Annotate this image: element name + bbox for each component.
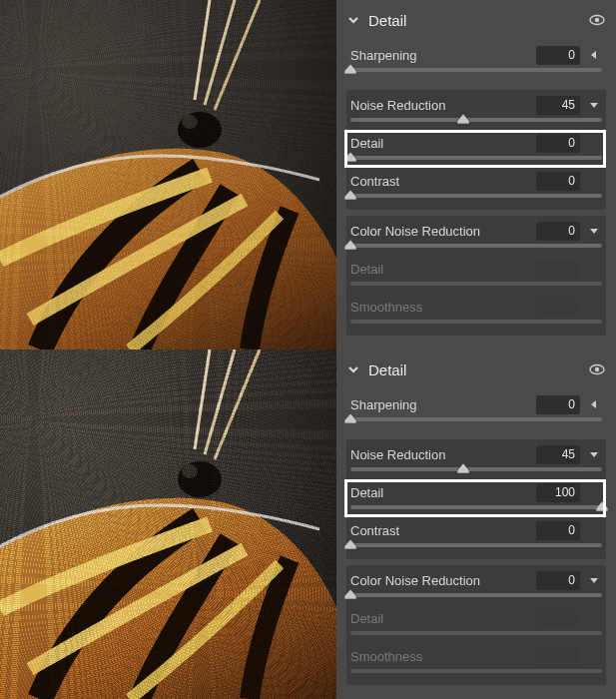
- slider-thumb[interactable]: [344, 190, 356, 200]
- slider-track: [350, 320, 602, 324]
- slider-label: Detail: [350, 136, 530, 151]
- slider-track: [350, 282, 602, 286]
- slider-thumb[interactable]: [457, 114, 469, 124]
- slider-thumb[interactable]: [344, 152, 356, 162]
- triangle-down-icon[interactable]: [586, 446, 602, 462]
- slider-track[interactable]: [350, 543, 602, 547]
- slider-track[interactable]: [350, 194, 602, 198]
- slider-control: Color Noise Reduction: [350, 220, 602, 258]
- slider-value-input: [536, 260, 580, 279]
- slider-value-input: [536, 298, 580, 317]
- slider-label: Detail: [350, 262, 530, 277]
- expander-placeholder: [586, 261, 602, 277]
- slider-control: Contrast: [350, 170, 602, 208]
- slider-value-input[interactable]: [536, 96, 580, 115]
- chevron-down-icon: [346, 13, 360, 27]
- slider-control: Contrast: [350, 519, 602, 557]
- expander-placeholder: [586, 610, 602, 626]
- image-preview: [0, 0, 336, 350]
- slider-label: Sharpening: [350, 397, 530, 412]
- slider-group: Color Noise Reduction Detail Smoothness: [346, 565, 606, 685]
- slider-label: Smoothness: [350, 649, 530, 664]
- slider-thumb[interactable]: [596, 501, 608, 511]
- image-preview: [0, 350, 336, 699]
- comparison-row: Detail Sharpening Noise Reduction Detail: [0, 0, 616, 350]
- slider-track: [350, 669, 602, 673]
- slider-label: Contrast: [350, 523, 530, 538]
- slider-control: Sharpening: [350, 44, 602, 82]
- slider-track[interactable]: [350, 68, 602, 72]
- triangle-down-icon[interactable]: [586, 223, 602, 239]
- slider-track[interactable]: [350, 417, 602, 421]
- slider-value-input: [536, 647, 580, 666]
- slider-label: Noise Reduction: [350, 447, 530, 462]
- chevron-down-icon: [346, 362, 360, 376]
- slider-label: Color Noise Reduction: [350, 573, 530, 588]
- triangle-left-icon[interactable]: [586, 47, 602, 63]
- slider-track[interactable]: [350, 118, 602, 122]
- expander-placeholder: [586, 522, 602, 538]
- slider-group: Noise Reduction Detail Contrast: [346, 439, 606, 559]
- slider-label: Smoothness: [350, 300, 530, 315]
- detail-panel: Detail Sharpening Noise Reduction Detail: [336, 350, 616, 699]
- slider-control: Smoothness: [350, 296, 602, 334]
- slider-label: Contrast: [350, 174, 530, 189]
- panel-title: Detail: [368, 12, 406, 29]
- slider-label: Detail: [350, 485, 530, 500]
- slider-value-input[interactable]: [536, 445, 580, 464]
- slider-value-input[interactable]: [536, 521, 580, 540]
- slider-label: Sharpening: [350, 48, 530, 63]
- slider-value-input[interactable]: [536, 46, 580, 65]
- svg-point-9: [595, 367, 599, 371]
- slider-value-input[interactable]: [536, 571, 580, 590]
- expander-placeholder: [586, 135, 602, 151]
- slider-value-input[interactable]: [536, 395, 580, 414]
- slider-track[interactable]: [350, 244, 602, 248]
- triangle-down-icon[interactable]: [586, 97, 602, 113]
- slider-value-input: [536, 609, 580, 628]
- slider-control: Noise Reduction: [350, 94, 602, 132]
- slider-track[interactable]: [350, 505, 602, 509]
- slider-track[interactable]: [350, 593, 602, 597]
- slider-thumb[interactable]: [344, 413, 356, 423]
- slider-thumb[interactable]: [344, 589, 356, 599]
- slider-control: Sharpening: [350, 393, 602, 431]
- slider-group: Sharpening: [346, 389, 606, 433]
- slider-control: Color Noise Reduction: [350, 569, 602, 607]
- slider-thumb[interactable]: [344, 64, 356, 74]
- triangle-down-icon[interactable]: [586, 572, 602, 588]
- slider-label: Noise Reduction: [350, 98, 530, 113]
- slider-control: Detail: [350, 607, 602, 645]
- slider-track: [350, 631, 602, 635]
- slider-value-input[interactable]: [536, 222, 580, 241]
- slider-control: Detail: [350, 258, 602, 296]
- expander-placeholder: [586, 484, 602, 500]
- slider-thumb[interactable]: [344, 539, 356, 549]
- slider-group: Color Noise Reduction Detail Smoothness: [346, 216, 606, 336]
- slider-value-input[interactable]: [536, 134, 580, 153]
- slider-value-input[interactable]: [536, 483, 580, 502]
- expander-placeholder: [586, 299, 602, 315]
- slider-track[interactable]: [350, 467, 602, 471]
- slider-track[interactable]: [350, 156, 602, 160]
- slider-value-input[interactable]: [536, 172, 580, 191]
- slider-thumb[interactable]: [457, 463, 469, 473]
- slider-group: Sharpening: [346, 40, 606, 84]
- expander-placeholder: [586, 173, 602, 189]
- comparison-row: Detail Sharpening Noise Reduction Detail: [0, 350, 616, 699]
- panel-header[interactable]: Detail: [346, 355, 606, 383]
- detail-panel: Detail Sharpening Noise Reduction Detail: [336, 0, 616, 350]
- slider-group: Noise Reduction Detail Contrast: [346, 90, 606, 210]
- slider-control: Noise Reduction: [350, 443, 602, 481]
- eye-icon[interactable]: [588, 11, 606, 29]
- slider-label: Color Noise Reduction: [350, 224, 530, 239]
- eye-icon[interactable]: [588, 360, 606, 378]
- slider-label: Detail: [350, 611, 530, 626]
- panel-title: Detail: [368, 361, 406, 378]
- triangle-left-icon[interactable]: [586, 396, 602, 412]
- slider-control: Detail: [350, 132, 602, 170]
- slider-control: Detail: [350, 481, 602, 519]
- slider-thumb[interactable]: [344, 240, 356, 250]
- slider-control: Smoothness: [350, 645, 602, 683]
- panel-header[interactable]: Detail: [346, 6, 606, 34]
